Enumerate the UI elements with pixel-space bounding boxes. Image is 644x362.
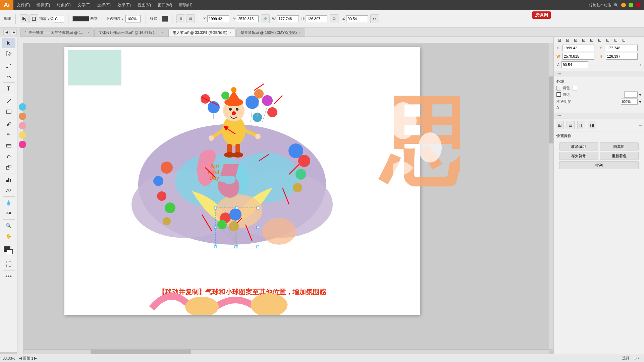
tool-rotate[interactable] xyxy=(2,152,15,162)
link-wh-btn[interactable]: 🔗 xyxy=(261,14,270,23)
fill-color-swatch[interactable] xyxy=(573,86,577,90)
tab-0[interactable]: 4. 关于纸张——国产特纸鸡.ai @ 100% (CMYK/预览) × xyxy=(20,28,94,37)
menu-edit[interactable]: 编辑(E) xyxy=(33,0,53,10)
tools-expand[interactable]: ▸▸ xyxy=(639,123,642,127)
tool-pencil[interactable]: ✏ xyxy=(2,129,15,139)
tool-btn-2[interactable]: ⊟ xyxy=(567,121,575,129)
tool-eraser[interactable] xyxy=(2,140,15,150)
rpanel-flip-v[interactable]: ↕ xyxy=(640,63,641,67)
tab-3-close[interactable]: × xyxy=(299,31,301,35)
tab-1[interactable]: 字体设计作品一组.ai* @ 16.67% (CMYK/预览) × xyxy=(94,28,168,37)
tab-1-close[interactable]: × xyxy=(162,31,164,35)
color-hotpink[interactable] xyxy=(19,141,26,148)
color-orange[interactable] xyxy=(19,113,26,120)
status-icon-1[interactable]: ⊟ xyxy=(634,356,637,360)
tool-line[interactable] xyxy=(2,96,15,106)
menu-effect[interactable]: 效果(E) xyxy=(114,0,134,10)
minimize-button[interactable] xyxy=(621,3,626,7)
menu-window[interactable]: 窗口(W) xyxy=(154,0,175,10)
w-input[interactable] xyxy=(277,15,299,22)
tool-warp[interactable] xyxy=(2,185,15,195)
opacity-input[interactable] xyxy=(125,15,141,22)
rpanel-flip-h[interactable]: ↔ xyxy=(636,63,639,67)
menu-view[interactable]: 视图(V) xyxy=(134,0,154,10)
tool-more[interactable]: ••• xyxy=(2,272,15,282)
tool-hand[interactable]: ✋ xyxy=(2,231,15,241)
rpanel-expand-bar[interactable]: •••• xyxy=(554,71,644,77)
menu-select[interactable]: 选择(S) xyxy=(94,0,114,10)
btn-align[interactable]: 排列 xyxy=(559,161,639,169)
tool-curvature[interactable] xyxy=(2,71,15,81)
constrain-btn[interactable]: ⊡ xyxy=(330,14,338,23)
color-pink[interactable] xyxy=(19,122,26,129)
menu-text[interactable]: 文字(T) xyxy=(74,0,94,10)
tool-btn-3[interactable]: ◫ xyxy=(577,121,585,129)
btn-isolate[interactable]: 隔离组 xyxy=(600,142,639,150)
transform-origin-br[interactable]: ⊡ xyxy=(621,37,627,43)
stroke-width-input[interactable] xyxy=(624,92,638,98)
btn-recolor[interactable]: 重新着色 xyxy=(600,152,639,160)
tool-zoom[interactable]: 🔍 xyxy=(2,221,15,231)
select-mode-btn[interactable] xyxy=(20,14,29,23)
tab-0-close[interactable]: × xyxy=(88,31,90,35)
transform-origin-bc[interactable]: ⊡ xyxy=(613,37,619,43)
align-icon[interactable]: ⊞ xyxy=(176,14,185,23)
x-input[interactable] xyxy=(207,15,229,22)
mode-input[interactable] xyxy=(54,15,64,22)
tool-pen[interactable]: 🖊 xyxy=(2,61,15,71)
color-yellow[interactable] xyxy=(19,131,26,139)
y-input[interactable] xyxy=(237,15,259,22)
color-cyan[interactable] xyxy=(19,103,26,111)
transform-mode-btn[interactable] xyxy=(30,14,38,23)
close-button[interactable] xyxy=(636,3,641,7)
back-btn[interactable]: ◀ xyxy=(3,29,9,35)
tool-btn-4[interactable]: ◨ xyxy=(588,121,596,129)
transform-origin-mr[interactable]: ⊡ xyxy=(597,37,603,43)
stroke-indicator[interactable] xyxy=(556,92,561,97)
angle-input[interactable] xyxy=(346,15,368,22)
tool-rectangle[interactable] xyxy=(2,107,15,117)
stroke-dropdown[interactable]: ▾ xyxy=(639,92,641,97)
forward-btn[interactable]: ▶ xyxy=(11,29,17,35)
transform-origin-tc[interactable]: ⊡ xyxy=(565,37,571,43)
v-scrollbar[interactable] xyxy=(549,43,553,349)
zoom-controls[interactable]: ◀ 画板 1 ▶ xyxy=(19,356,37,361)
tool-paintbrush[interactable]: 🖌 xyxy=(2,119,15,129)
transform-origin-ml[interactable]: ⊡ xyxy=(581,37,587,43)
transform-origin-mc[interactable]: ⊡ xyxy=(589,37,595,43)
transform-origin-tr[interactable]: ⊡ xyxy=(573,37,579,43)
rpanel-x-input[interactable] xyxy=(562,45,594,51)
tool-direct-select[interactable] xyxy=(2,49,15,59)
tool-eyedropper[interactable]: 💧 xyxy=(2,198,15,208)
fill-indicator[interactable] xyxy=(556,86,561,90)
h-scrollbar[interactable] xyxy=(23,349,549,354)
v-scrollbar-thumb[interactable] xyxy=(549,76,553,143)
tool-btn-1[interactable]: ⊞ xyxy=(556,121,564,129)
distribute-icon[interactable]: ⊟ xyxy=(186,14,195,23)
btn-save-symbol[interactable]: 存为符号 xyxy=(559,152,598,160)
transform-origin-tl[interactable]: ⊡ xyxy=(556,37,562,43)
rpanel-w-input[interactable] xyxy=(562,53,594,60)
h-input[interactable] xyxy=(306,15,327,22)
tool-text[interactable]: T xyxy=(2,84,15,94)
h-scrollbar-thumb[interactable] xyxy=(91,350,191,354)
tab-3[interactable]: 华音音乐.ai @ 150% (CMYK/预览) × xyxy=(236,28,305,37)
tab-2[interactable]: 愚人节.ai* @ 33.33% (RGB/预览) × xyxy=(168,28,236,37)
transform-origin-bl[interactable]: ⊡ xyxy=(605,37,611,43)
btn-ungroup[interactable]: 取消编组 xyxy=(559,142,598,150)
menu-file[interactable]: 文件(F) xyxy=(13,0,33,10)
tool-bar-chart[interactable] xyxy=(2,175,15,185)
rpanel-h-input[interactable] xyxy=(606,53,638,60)
rpanel-angle-input[interactable] xyxy=(561,61,588,68)
menu-help[interactable]: 帮助(H) xyxy=(175,0,196,10)
status-icon-2[interactable]: ▭ xyxy=(638,356,641,360)
tab-2-close[interactable]: × xyxy=(229,31,231,35)
maximize-button[interactable] xyxy=(629,3,633,7)
tool-select[interactable] xyxy=(2,38,15,48)
zoom-prev[interactable]: ◀ xyxy=(19,356,22,360)
opacity-input-panel[interactable] xyxy=(621,99,638,105)
tool-scale[interactable] xyxy=(2,163,15,173)
more-options-btn[interactable]: ▸▸ xyxy=(370,14,379,23)
search-icon[interactable]: 🔍 xyxy=(614,3,619,7)
zoom-next[interactable]: ▶ xyxy=(34,356,37,360)
